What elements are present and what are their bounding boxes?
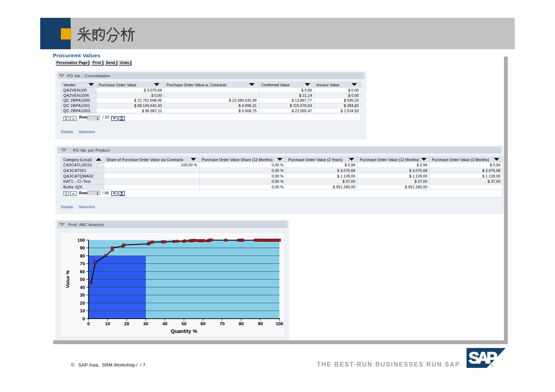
- svg-text:10: 10: [105, 321, 110, 326]
- svg-text:10: 10: [80, 308, 85, 313]
- svg-text:80: 80: [80, 253, 85, 259]
- svg-text:30: 30: [80, 292, 85, 298]
- svg-text:20: 20: [124, 321, 129, 326]
- svg-text:100: 100: [276, 321, 283, 326]
- svg-text:Quantity %: Quantity %: [171, 328, 197, 334]
- svg-text:20: 20: [80, 300, 85, 306]
- svg-text:60: 60: [80, 269, 85, 274]
- svg-text:80: 80: [239, 321, 244, 326]
- svg-text:90: 90: [80, 245, 85, 251]
- svg-text:40: 40: [80, 285, 85, 290]
- svg-text:100: 100: [77, 238, 85, 243]
- svg-text:70: 70: [80, 261, 85, 266]
- svg-text:90: 90: [258, 321, 263, 326]
- svg-text:30: 30: [143, 321, 148, 326]
- svg-text:0: 0: [83, 316, 85, 321]
- svg-text:60: 60: [200, 321, 205, 326]
- svg-text:0: 0: [87, 321, 90, 326]
- svg-text:®: ®: [491, 364, 493, 368]
- svg-text:70: 70: [220, 321, 225, 326]
- svg-text:50: 50: [182, 321, 186, 326]
- svg-text:50: 50: [80, 277, 85, 282]
- svg-text:40: 40: [162, 321, 167, 326]
- svg-text:Value %: Value %: [65, 270, 70, 288]
